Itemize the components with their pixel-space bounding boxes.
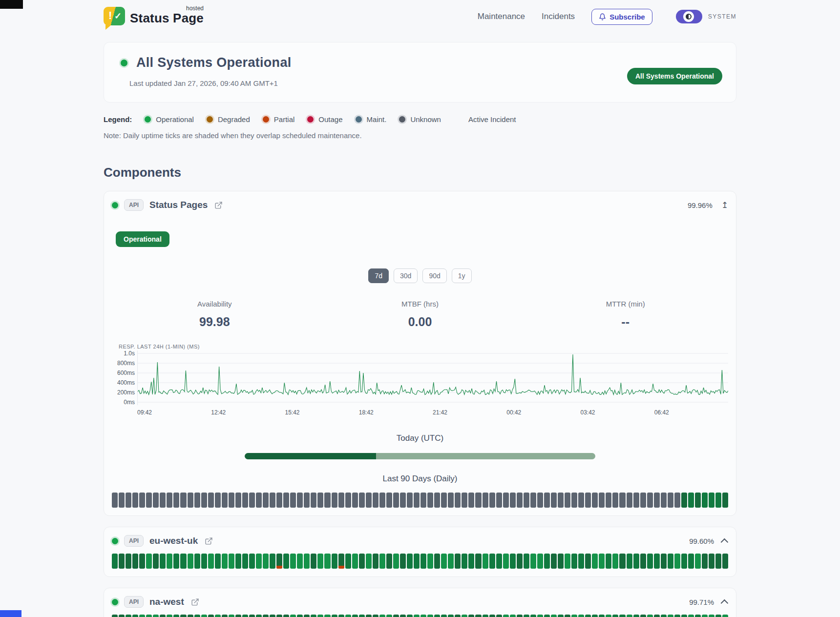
uptime-day-tick[interactable] <box>270 493 275 508</box>
uptime-day-tick[interactable] <box>386 493 392 508</box>
uptime-day-tick[interactable] <box>263 615 269 617</box>
uptime-day-tick[interactable] <box>633 493 639 508</box>
uptime-day-tick[interactable] <box>256 554 262 569</box>
uptime-day-tick[interactable] <box>640 554 646 569</box>
uptime-day-tick[interactable] <box>167 554 172 569</box>
uptime-day-tick[interactable] <box>537 493 543 508</box>
uptime-day-tick[interactable] <box>235 493 241 508</box>
uptime-day-tick[interactable] <box>654 615 660 617</box>
uptime-day-tick[interactable] <box>256 615 262 617</box>
uptime-day-tick[interactable] <box>455 493 461 508</box>
uptime-day-tick[interactable] <box>695 615 701 617</box>
uptime-day-tick[interactable] <box>654 493 660 508</box>
uptime-day-tick[interactable] <box>722 615 728 617</box>
uptime-day-tick[interactable] <box>715 493 721 508</box>
uptime-day-tick[interactable] <box>180 554 186 569</box>
uptime-day-tick[interactable] <box>167 493 172 508</box>
uptime-day-tick[interactable] <box>359 615 365 617</box>
uptime-day-tick[interactable] <box>153 554 159 569</box>
uptime-day-tick[interactable] <box>599 615 605 617</box>
uptime-day-tick[interactable] <box>633 615 639 617</box>
external-link-icon[interactable] <box>191 598 199 606</box>
uptime-day-tick[interactable] <box>530 554 536 569</box>
uptime-day-tick[interactable] <box>235 554 241 569</box>
uptime-day-tick[interactable] <box>551 554 557 569</box>
uptime-day-tick[interactable] <box>489 493 495 508</box>
uptime-day-tick[interactable] <box>215 615 221 617</box>
uptime-day-tick[interactable] <box>544 615 550 617</box>
uptime-day-tick[interactable] <box>414 554 420 569</box>
uptime-day-tick[interactable] <box>249 493 255 508</box>
uptime-day-tick[interactable] <box>263 493 269 508</box>
uptime-day-tick[interactable] <box>681 615 687 617</box>
uptime-day-tick[interactable] <box>126 493 131 508</box>
uptime-day-tick[interactable] <box>173 493 179 508</box>
uptime-day-tick[interactable] <box>688 615 694 617</box>
uptime-day-tick[interactable] <box>606 615 611 617</box>
uptime-day-tick[interactable] <box>496 615 502 617</box>
uptime-day-tick[interactable] <box>585 615 591 617</box>
uptime-day-tick[interactable] <box>695 493 701 508</box>
chart-plot-area[interactable]: 1.0s800ms600ms400ms200ms0ms <box>137 350 728 405</box>
uptime-day-tick[interactable] <box>565 554 570 569</box>
uptime-day-tick[interactable] <box>379 493 385 508</box>
uptime-day-tick[interactable] <box>462 554 467 569</box>
uptime-day-tick[interactable] <box>311 493 316 508</box>
uptime-day-tick[interactable] <box>332 493 337 508</box>
uptime-day-tick[interactable] <box>702 554 708 569</box>
uptime-day-tick[interactable] <box>585 493 591 508</box>
uptime-day-tick[interactable] <box>366 554 372 569</box>
uptime-day-tick[interactable] <box>668 493 673 508</box>
uptime-day-tick[interactable] <box>235 615 241 617</box>
uptime-day-tick[interactable] <box>434 554 440 569</box>
uptime-day-tick[interactable] <box>688 493 694 508</box>
uptime-day-tick[interactable] <box>242 493 248 508</box>
uptime-day-tick[interactable] <box>215 493 221 508</box>
uptime-day-tick[interactable] <box>379 615 385 617</box>
uptime-day-tick[interactable] <box>332 615 337 617</box>
brand-logo[interactable]: ! ✓ Status Page hosted <box>104 7 204 26</box>
uptime-day-tick[interactable] <box>345 493 351 508</box>
uptime-day-tick[interactable] <box>661 554 667 569</box>
uptime-day-tick[interactable] <box>606 554 611 569</box>
external-link-icon[interactable] <box>205 537 213 545</box>
uptime-day-tick[interactable] <box>524 615 529 617</box>
uptime-day-tick[interactable] <box>332 554 337 569</box>
uptime-day-tick[interactable] <box>612 554 618 569</box>
uptime-day-tick[interactable] <box>173 554 179 569</box>
uptime-day-tick[interactable] <box>674 554 680 569</box>
uptime-day-tick[interactable] <box>420 554 426 569</box>
uptime-day-tick[interactable] <box>249 615 255 617</box>
uptime-day-tick[interactable] <box>619 554 625 569</box>
uptime-day-tick[interactable] <box>715 615 721 617</box>
uptime-day-tick[interactable] <box>475 554 481 569</box>
uptime-day-tick[interactable] <box>242 615 248 617</box>
uptime-day-tick[interactable] <box>194 615 200 617</box>
uptime-day-tick[interactable] <box>558 615 564 617</box>
uptime-day-tick[interactable] <box>194 493 200 508</box>
uptime-day-tick[interactable] <box>551 615 557 617</box>
collapse-arrow-icon[interactable]: ↥ <box>721 200 728 210</box>
uptime-day-tick[interactable] <box>420 615 426 617</box>
uptime-day-tick[interactable] <box>229 554 234 569</box>
uptime-day-tick[interactable] <box>208 493 214 508</box>
uptime-day-tick[interactable] <box>311 554 316 569</box>
uptime-day-tick[interactable] <box>510 615 516 617</box>
uptime-day-tick[interactable] <box>524 493 529 508</box>
uptime-day-tick[interactable] <box>571 554 577 569</box>
uptime-day-tick[interactable] <box>126 615 131 617</box>
uptime-day-tick[interactable] <box>290 493 296 508</box>
uptime-day-tick[interactable] <box>297 493 303 508</box>
uptime-day-tick[interactable] <box>681 554 687 569</box>
uptime-day-tick[interactable] <box>530 493 536 508</box>
uptime-day-tick[interactable] <box>681 493 687 508</box>
uptime-day-tick[interactable] <box>112 554 118 569</box>
uptime-day-tick[interactable] <box>441 554 447 569</box>
uptime-day-tick[interactable] <box>180 615 186 617</box>
uptime-day-tick[interactable] <box>571 615 577 617</box>
uptime-day-tick[interactable] <box>503 615 509 617</box>
uptime-day-tick[interactable] <box>400 554 406 569</box>
uptime-day-tick[interactable] <box>359 554 365 569</box>
uptime-day-tick[interactable] <box>517 554 523 569</box>
uptime-day-tick[interactable] <box>517 493 523 508</box>
